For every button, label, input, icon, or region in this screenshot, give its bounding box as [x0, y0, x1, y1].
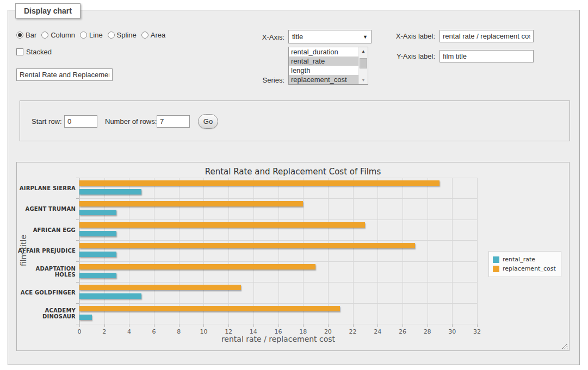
x-axis-select[interactable]: title ▼ — [288, 30, 372, 43]
series-option-rental_rate[interactable]: rental_rate — [289, 57, 358, 66]
y-axis-label-label: Y-Axis label: — [381, 52, 435, 60]
x-axis-selected-value: title — [292, 33, 363, 41]
gridline — [154, 178, 154, 324]
chart-type-radio-line[interactable]: Line — [80, 31, 103, 39]
gridline — [129, 178, 129, 324]
x-axis-select-label: X-Axis: — [234, 33, 284, 41]
y-tick — [76, 220, 79, 220]
start-row-label: Start row: — [32, 117, 62, 126]
series-listbox[interactable]: rental_durationrental_ratelengthreplacem… — [288, 47, 368, 85]
scroll-down-icon[interactable]: ▼ — [359, 76, 368, 84]
x-tick — [253, 324, 254, 327]
legend-label: rental_rate — [503, 256, 535, 263]
legend-swatch — [493, 256, 499, 263]
series-options: rental_durationrental_ratelengthreplacem… — [289, 47, 358, 84]
bar-replacement_cost — [79, 264, 315, 269]
legend-item-replacement_cost[interactable]: replacement_cost — [493, 264, 556, 273]
chart-type-radio-column[interactable]: Column — [41, 31, 75, 39]
series-option-rental_duration[interactable]: rental_duration — [289, 47, 358, 57]
bar-replacement_cost — [79, 306, 340, 311]
bar-rental_rate — [79, 252, 116, 257]
y-tick — [76, 282, 79, 283]
gridline — [179, 178, 180, 324]
chart-container: Rental Rate and Replacement Cost of Film… — [16, 162, 570, 351]
radio-icon — [80, 32, 87, 39]
series-option-length[interactable]: length — [289, 66, 358, 75]
x-tick — [79, 324, 80, 327]
series-select-label: Series: — [234, 76, 284, 84]
radio-label: Bar — [26, 31, 36, 39]
y-axis-title: film title — [19, 235, 28, 266]
bar-rental_rate — [79, 210, 116, 215]
x-tick — [452, 324, 453, 327]
category-label: ACADEMY DINOSAUR — [17, 303, 76, 324]
number-of-rows-label: Number of rows: — [105, 117, 157, 126]
gridline — [79, 324, 477, 324]
radio-label: Column — [51, 31, 75, 39]
start-row-input[interactable] — [64, 115, 97, 128]
x-tick — [104, 324, 105, 327]
gridline — [328, 178, 329, 324]
chart-type-radio-bar[interactable]: Bar — [16, 31, 36, 39]
chart-title: Rental Rate and Replacement Cost of Film… — [17, 167, 569, 177]
gridline — [79, 198, 477, 199]
x-tick — [278, 324, 279, 327]
y-tick — [76, 198, 79, 199]
y-tick — [76, 303, 79, 304]
chart-type-radio-spline[interactable]: Spline — [108, 31, 137, 39]
x-tick — [328, 324, 329, 327]
rows-panel: Start row: Number of rows: Go — [20, 101, 570, 141]
category-label: ACE GOLDFINGER — [17, 282, 76, 303]
y-axis-label-input[interactable] — [440, 50, 534, 62]
x-axis-label-label: X-Axis label: — [381, 32, 435, 40]
resize-handle-icon[interactable] — [561, 343, 567, 349]
chart-title-input[interactable] — [16, 68, 113, 81]
legend-item-rental_rate[interactable]: rental_rate — [493, 255, 556, 264]
stacked-checkbox[interactable] — [16, 48, 23, 55]
gridline — [79, 240, 477, 241]
bar-replacement_cost — [79, 285, 241, 290]
chart-type-radio-group: BarColumnLineSplineArea — [16, 31, 170, 39]
bar-rental_rate — [79, 315, 92, 320]
series-scrollbar[interactable]: ▲ ▼ — [358, 47, 368, 84]
scrollbar-thumb[interactable] — [360, 58, 367, 68]
number-of-rows-input[interactable] — [157, 115, 190, 128]
x-tick — [203, 324, 204, 327]
x-tick — [377, 324, 378, 327]
stacked-checkbox-row: Stacked — [16, 48, 52, 56]
gridline — [228, 178, 229, 324]
gridline — [303, 178, 304, 324]
bar-replacement_cost — [79, 243, 415, 248]
chart-type-radio-area[interactable]: Area — [141, 31, 165, 39]
x-tick — [303, 324, 304, 327]
x-axis-label-input[interactable] — [440, 30, 534, 42]
y-tick — [76, 324, 79, 324]
bar-replacement_cost — [79, 222, 365, 228]
gridline — [278, 178, 279, 324]
chart-legend: rental_ratereplacement_cost — [488, 251, 561, 277]
y-tick — [76, 178, 79, 178]
bar-rental_rate — [79, 231, 116, 236]
gridline — [79, 178, 477, 178]
gridline — [253, 178, 254, 324]
x-tick — [154, 324, 154, 327]
bar-replacement_cost — [79, 201, 303, 206]
series-option-replacement_cost[interactable]: replacement_cost — [289, 75, 358, 84]
radio-icon — [41, 32, 48, 39]
gridline — [104, 178, 105, 324]
gridline — [353, 178, 354, 324]
gridline — [477, 178, 478, 324]
legend-swatch — [493, 266, 499, 272]
bar-replacement_cost — [79, 180, 440, 186]
x-tick — [403, 324, 403, 327]
go-button[interactable]: Go — [198, 114, 218, 129]
gridline — [79, 220, 477, 220]
gridline — [428, 178, 428, 324]
scroll-up-icon[interactable]: ▲ — [359, 47, 368, 55]
legend-label: replacement_cost — [503, 265, 556, 272]
gridline — [79, 303, 477, 304]
x-tick — [428, 324, 428, 327]
gridline — [79, 282, 477, 283]
x-tick — [353, 324, 354, 327]
gridline — [203, 178, 204, 324]
